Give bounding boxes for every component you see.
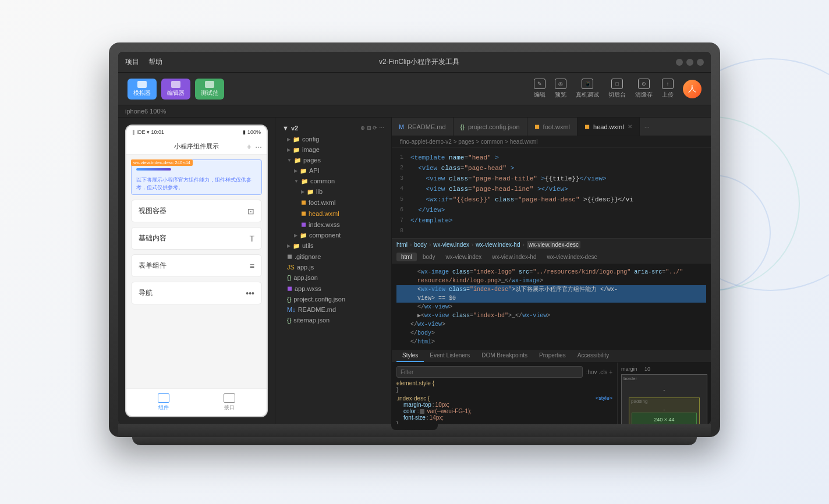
main-content: ∥ IDE ▾ 10:01 ▮ 100% 小程序组件展示 + ··· wx-vi xyxy=(118,118,711,424)
menu-help[interactable]: 帮助 xyxy=(148,57,162,67)
tab-overflow[interactable]: ··· xyxy=(640,123,654,130)
file-foot-wxml[interactable]: ◼ foot.wxml xyxy=(275,197,391,208)
component-item-content[interactable]: 基础内容 T xyxy=(131,227,262,250)
clear-icon: ⊙ xyxy=(638,79,650,89)
title-bar: 项目 帮助 v2-FinClip小程序开发工具 xyxy=(118,52,711,73)
component-views-label: 视图容器 xyxy=(139,206,166,216)
tab-readme[interactable]: M README.md xyxy=(392,118,454,136)
html-line-7: </wx-view> xyxy=(396,320,706,329)
bg-label: 切后台 xyxy=(608,91,626,99)
toolbar-upload-action[interactable]: ↑ 上传 xyxy=(662,79,674,99)
phone-nav-api[interactable]: 接口 xyxy=(224,393,235,411)
styles-tab-access[interactable]: Accessibility xyxy=(572,350,615,362)
html-line-2: resources/kind/logo.png>_</wx-image> xyxy=(396,276,706,285)
styles-tab-props[interactable]: Properties xyxy=(533,350,572,362)
code-editor[interactable]: 1 <template name="head" > 2 xyxy=(392,148,711,238)
tree-root-label: v2 xyxy=(291,125,298,132)
breadcrumb-text: fino-applet-demo-v2 > pages > common > h… xyxy=(400,139,538,145)
phone-more-icon: ··· xyxy=(255,142,262,151)
device-label: iphone6 100% xyxy=(125,108,166,115)
file-readme[interactable]: M↓ README.md xyxy=(275,304,391,315)
debug-label: 真机调试 xyxy=(576,91,599,99)
debug-icon: 📱 xyxy=(582,79,593,89)
el-tag-index-desc[interactable]: wx-view.index-desc xyxy=(527,241,580,249)
phone-preview-text: 以下将展示小程序官方组件能力，组件样式仅供参考，但式仅供参考。 xyxy=(136,176,257,191)
file-foot-wxml-label: foot.wxml xyxy=(309,199,335,206)
menu-project[interactable]: 项目 xyxy=(125,57,139,67)
folder-api[interactable]: ▶ 📁 API xyxy=(275,165,391,176)
panel-tab-wx-hd[interactable]: wx-view.index-hd xyxy=(487,253,541,261)
folder-config[interactable]: ▶ 📁 config xyxy=(275,134,391,144)
tab-head-wxml[interactable]: ◼ head.wxml ✕ xyxy=(578,118,640,136)
html-line-4-selected: view> == $0 xyxy=(396,294,706,303)
tab-foot-wxml[interactable]: ◼ foot.wxml xyxy=(527,118,578,136)
toolbar-test-button[interactable]: 测试范 xyxy=(195,79,224,100)
styles-tab-event[interactable]: Event Listeners xyxy=(424,350,476,362)
minimize-button[interactable] xyxy=(676,59,683,66)
element-breadcrumb: html › body › wx-view.index › wx-view.in… xyxy=(392,239,711,250)
file-head-wxml[interactable]: ◼ head.wxml xyxy=(275,208,391,219)
folder-component[interactable]: ▶ 📁 component xyxy=(275,230,391,240)
file-app-json[interactable]: {} app.json xyxy=(275,272,391,283)
folder-utils[interactable]: ▶ 📁 utils xyxy=(275,240,391,251)
tree-actions: ⊕ ⊟ ⟳ ⋯ xyxy=(360,125,384,131)
toolbar-clear-action[interactable]: ⊙ 清缓存 xyxy=(635,79,653,99)
panel-tab-html[interactable]: html xyxy=(396,253,417,261)
el-tag-body[interactable]: body xyxy=(414,242,427,248)
file-app-js[interactable]: JS app.js xyxy=(275,262,391,272)
tab-close-icon[interactable]: ✕ xyxy=(628,123,632,130)
toolbar-edit-action[interactable]: ✎ 编辑 xyxy=(534,79,545,99)
component-item-form[interactable]: 表单组件 ≡ xyxy=(131,254,262,277)
file-gitignore[interactable]: ◼ .gitignore xyxy=(275,251,391,262)
test-icon xyxy=(205,81,214,88)
file-project-config[interactable]: {} project.config.json xyxy=(275,294,391,304)
el-tag-html[interactable]: html xyxy=(396,242,408,248)
tree-root-chevron: ▼ xyxy=(282,125,289,132)
panel-tab-body[interactable]: body xyxy=(418,253,440,261)
filter-input[interactable] xyxy=(396,366,583,378)
css-rule-element: element.style { } xyxy=(396,380,612,393)
folder-image[interactable]: ▶ 📁 image xyxy=(275,144,391,155)
close-button[interactable] xyxy=(697,59,704,66)
filter-row: :hov .cls + xyxy=(396,366,612,378)
component-nav-label: 导航 xyxy=(139,288,153,298)
component-item-nav[interactable]: 导航 ••• xyxy=(131,282,262,304)
file-index-wxss[interactable]: ◼ index.wxss xyxy=(275,219,391,230)
user-avatar[interactable]: 人 xyxy=(683,80,702,98)
folder-component-label: component xyxy=(309,232,341,239)
folder-lib[interactable]: ▶ 📁 lib xyxy=(275,186,391,197)
styles-content: :hov .cls + element.style { } xyxy=(392,363,711,424)
bm-inner-border: padding - 240 × 44 xyxy=(629,397,700,424)
preview-box-label: wx-view.index-desc 240×44 xyxy=(131,159,193,166)
phone-nav-components[interactable]: 组件 xyxy=(158,393,169,411)
maximize-button[interactable] xyxy=(686,59,693,66)
panel-tab-wx-desc[interactable]: wx-view.index-desc xyxy=(542,253,601,261)
folder-pages[interactable]: ▼ 📁 pages xyxy=(275,155,391,165)
edit-icon: ✎ xyxy=(534,79,545,89)
code-line-4: 4 <view class="page-head-line" ></view> xyxy=(392,184,711,194)
phone-frame: ∥ IDE ▾ 10:01 ▮ 100% 小程序组件展示 + ··· wx-vi xyxy=(125,125,268,417)
simulator-icon xyxy=(137,81,147,88)
styles-tab-dom[interactable]: DOM Breakpoints xyxy=(476,350,533,362)
toolbar-background-action[interactable]: □ 切后台 xyxy=(608,79,626,99)
el-tag-index[interactable]: wx-view.index xyxy=(433,242,469,248)
tree-root: ▼ v2 ⊕ ⊟ ⟳ ⋯ xyxy=(275,122,391,134)
toolbar-editor-button[interactable]: 编辑器 xyxy=(161,79,190,100)
toolbar-right: ✎ 编辑 ◎ 预览 📱 真机调试 □ 切后台 xyxy=(534,79,702,99)
file-icon: ◼ xyxy=(287,253,292,260)
file-sitemap[interactable]: {} sitemap.json xyxy=(275,315,391,325)
styles-tab-styles[interactable]: Styles xyxy=(396,350,424,362)
css-source-link[interactable]: <style> xyxy=(596,395,612,402)
file-project-config-label: project.config.json xyxy=(293,296,345,303)
panel-tab-wx-index[interactable]: wx-view.index xyxy=(441,253,487,261)
file-app-wxss[interactable]: ◼ app.wxss xyxy=(275,283,391,294)
tab-project-config[interactable]: {} project.config.json xyxy=(454,118,527,136)
toolbar-simulator-button[interactable]: 模拟器 xyxy=(127,79,157,100)
bm-size: 240 × 44 xyxy=(654,417,674,423)
toolbar-debug-action[interactable]: 📱 真机调试 xyxy=(576,79,599,99)
el-tag-index-hd[interactable]: wx-view.index-hd xyxy=(476,242,520,248)
toolbar-preview-action[interactable]: ◎ 预览 xyxy=(555,79,566,99)
component-item-views[interactable]: 视图容器 ⊡ xyxy=(131,200,262,222)
folder-common[interactable]: ▼ 📁 common xyxy=(275,176,391,186)
file-icon: ◼ xyxy=(301,210,306,217)
